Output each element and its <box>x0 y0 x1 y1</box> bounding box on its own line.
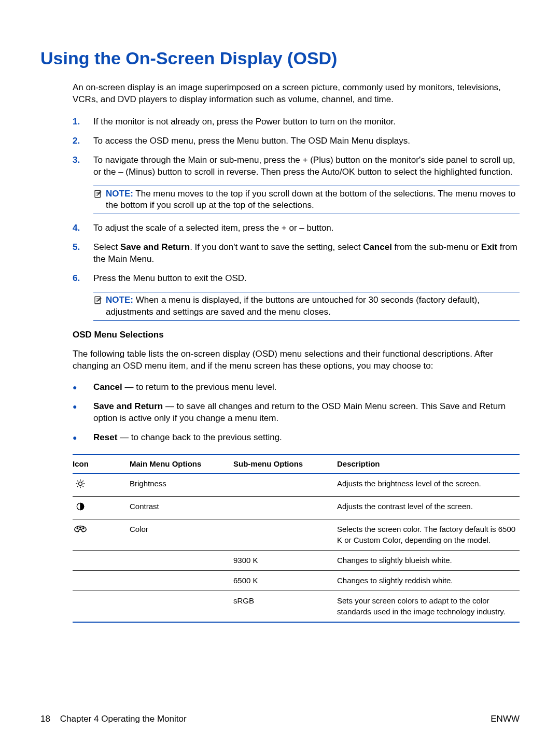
cell-sub <box>233 473 337 497</box>
step-6: 6. Press the Menu button to exit the OSD… <box>73 273 520 285</box>
table-row: 9300 K Changes to slightly blueish white… <box>73 550 520 570</box>
step-number: 4. <box>73 222 93 234</box>
bullet-save: ● Save and Return — to save all changes … <box>73 401 520 425</box>
intro-paragraph: An on-screen display is an image superim… <box>73 82 520 106</box>
cell-main <box>130 550 233 570</box>
step-text: To adjust the scale of a selected item, … <box>93 222 520 234</box>
bullet-icon: ● <box>73 401 93 425</box>
svg-point-2 <box>79 482 82 485</box>
table-row: 6500 K Changes to slightly reddish white… <box>73 571 520 591</box>
table-header-row: Icon Main Menu Options Sub-menu Options … <box>73 455 520 473</box>
cell-sub <box>233 497 337 519</box>
numbered-steps: 1. If the monitor is not already on, pre… <box>73 116 520 178</box>
step-text: If the monitor is not already on, press … <box>93 116 520 128</box>
color-icon <box>73 519 130 551</box>
page-footer: 18 Chapter 4 Operating the Monitor ENWW <box>40 713 520 725</box>
col-header-main: Main Menu Options <box>130 455 233 473</box>
table-row: sRGB Sets your screen colors to adapt to… <box>73 591 520 622</box>
note-box-2: NOTE: When a menu is displayed, if the b… <box>93 292 520 321</box>
cell-main: Brightness <box>130 473 233 497</box>
cell-main <box>130 571 233 591</box>
step-number: 6. <box>73 273 93 285</box>
cell-sub: 6500 K <box>233 571 337 591</box>
step-text: Press the Menu button to exit the OSD. <box>93 273 520 285</box>
bullet-reset: ● Reset — to change back to the previous… <box>73 432 520 444</box>
table-row: Color Selects the screen color. The fact… <box>73 519 520 551</box>
svg-point-5 <box>80 527 81 528</box>
bullet-icon: ● <box>73 432 93 444</box>
cell-desc: Changes to slightly reddish white. <box>337 571 520 591</box>
footer-left: 18 Chapter 4 Operating the Monitor <box>40 713 187 725</box>
step-text: To access the OSD menu, press the Menu b… <box>93 135 520 147</box>
cell-desc: Sets your screen colors to adapt to the … <box>337 591 520 622</box>
step-text: To navigate through the Main or sub-menu… <box>93 154 520 178</box>
step-2: 2. To access the OSD menu, press the Men… <box>73 135 520 147</box>
col-header-sub: Sub-menu Options <box>233 455 337 473</box>
cell-icon <box>73 591 130 622</box>
brightness-icon <box>73 473 130 497</box>
cell-sub: 9300 K <box>233 550 337 570</box>
col-header-desc: Description <box>337 455 520 473</box>
table-row: Contrast Adjusts the contrast level of t… <box>73 497 520 519</box>
cell-sub <box>233 519 337 551</box>
bullet-text: Reset — to change back to the previous s… <box>93 432 520 444</box>
cell-main: Contrast <box>130 497 233 519</box>
note-box-1: NOTE: The menu moves to the top if you s… <box>93 186 520 215</box>
cell-desc: Adjusts the contrast level of the screen… <box>337 497 520 519</box>
footer-right: ENWW <box>491 713 520 725</box>
bullet-text: Save and Return — to save all changes an… <box>93 401 520 425</box>
step-number: 1. <box>73 116 93 128</box>
note-label: NOTE: <box>106 295 133 305</box>
svg-point-6 <box>83 528 84 529</box>
col-header-icon: Icon <box>73 455 130 473</box>
bullet-cancel: ● Cancel — to return to the previous men… <box>73 382 520 393</box>
step-5: 5. Select Save and Return. If you don't … <box>73 242 520 265</box>
contrast-icon <box>73 497 130 519</box>
cell-desc: Selects the screen color. The factory de… <box>337 519 520 551</box>
svg-point-4 <box>77 528 78 529</box>
page-heading: Using the On-Screen Display (OSD) <box>40 47 520 71</box>
step-1: 1. If the monitor is not already on, pre… <box>73 116 520 128</box>
document-page: Using the On-Screen Display (OSD) An on-… <box>0 0 560 623</box>
step-number: 2. <box>73 135 93 147</box>
note-icon <box>93 188 106 212</box>
step-3: 3. To navigate through the Main or sub-m… <box>73 154 520 178</box>
bullet-list: ● Cancel — to return to the previous men… <box>73 382 520 444</box>
osd-menu-table: Icon Main Menu Options Sub-menu Options … <box>73 454 520 623</box>
note-label: NOTE: <box>106 189 133 199</box>
bullet-text: Cancel — to return to the previous menu … <box>93 382 520 393</box>
step-4: 4. To adjust the scale of a selected ite… <box>73 222 520 234</box>
note-text: When a menu is displayed, if the buttons… <box>106 295 480 317</box>
note-icon <box>93 294 106 318</box>
cell-main: Color <box>130 519 233 551</box>
table-row: Brightness Adjusts the brightness level … <box>73 473 520 497</box>
note-content: NOTE: When a menu is displayed, if the b… <box>106 294 520 318</box>
page-number: 18 <box>40 714 50 724</box>
step-text: Select Save and Return. If you don't wan… <box>93 242 520 265</box>
bullet-icon: ● <box>73 382 93 393</box>
paragraph: The following table lists the on-screen … <box>73 348 520 372</box>
step-number: 5. <box>73 242 93 265</box>
cell-icon <box>73 571 130 591</box>
chapter-label: Chapter 4 Operating the Monitor <box>60 714 187 724</box>
numbered-steps-cont: 4. To adjust the scale of a selected ite… <box>73 222 520 285</box>
step-number: 3. <box>73 154 93 178</box>
note-text: The menu moves to the top if you scroll … <box>106 189 515 210</box>
body-content: An on-screen display is an image superim… <box>73 82 520 623</box>
subheading: OSD Menu Selections <box>73 329 520 341</box>
cell-main <box>130 591 233 622</box>
cell-icon <box>73 550 130 570</box>
cell-desc: Changes to slightly blueish white. <box>337 550 520 570</box>
cell-desc: Adjusts the brightness level of the scre… <box>337 473 520 497</box>
cell-sub: sRGB <box>233 591 337 622</box>
note-content: NOTE: The menu moves to the top if you s… <box>106 188 520 212</box>
